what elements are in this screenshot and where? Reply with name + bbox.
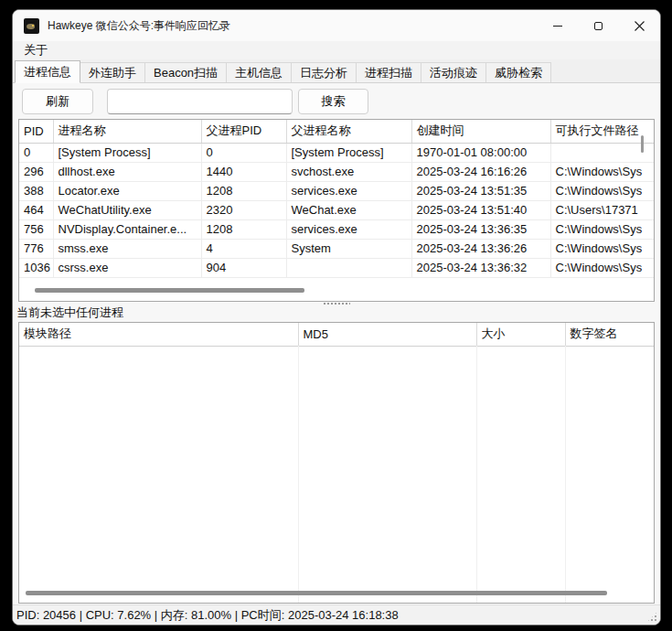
table-cell[interactable]: 2025-03-24 13:36:35 bbox=[411, 219, 550, 239]
table-cell[interactable] bbox=[550, 143, 654, 162]
table-cell[interactable]: C:\Windows\Sys bbox=[550, 239, 654, 258]
process-table-horizontal-scrollbar[interactable] bbox=[35, 288, 304, 293]
refresh-button[interactable]: 刷新 bbox=[22, 89, 93, 114]
column-header[interactable]: 父进程名称 bbox=[286, 120, 411, 143]
maximize-button[interactable] bbox=[578, 10, 619, 41]
table-cell[interactable]: 4 bbox=[201, 239, 286, 258]
table-cell[interactable]: 2025-03-24 13:51:35 bbox=[411, 181, 550, 200]
process-table: PID进程名称父进程PID父进程名称创建时间可执行文件路径 0[System P… bbox=[19, 120, 654, 278]
table-row[interactable]: 464WeChatUtility.exe2320WeChat.exe2025-0… bbox=[19, 200, 654, 219]
tab-item-3[interactable]: 主机信息 bbox=[226, 62, 292, 82]
module-table-horizontal-scrollbar[interactable] bbox=[26, 591, 607, 595]
table-cell[interactable]: dllhost.exe bbox=[53, 162, 201, 181]
column-header[interactable]: 大小 bbox=[476, 323, 565, 346]
status-text: PID: 20456 | CPU: 7.62% | 内存: 81.00% | P… bbox=[16, 607, 399, 624]
close-icon bbox=[635, 21, 645, 31]
app-window: Hawkeye 微信公众号:事件响应回忆录 关于 进程信息外连助手Beacon扫… bbox=[12, 9, 661, 626]
table-cell[interactable]: 904 bbox=[201, 258, 286, 277]
table-cell[interactable]: 1208 bbox=[201, 181, 286, 200]
column-header[interactable]: PID bbox=[19, 120, 53, 143]
close-button[interactable] bbox=[619, 10, 660, 41]
table-cell[interactable]: C:\Users\17371 bbox=[550, 200, 654, 219]
table-cell[interactable]: System bbox=[286, 239, 411, 258]
search-input[interactable] bbox=[107, 89, 293, 114]
module-table: 模块路径MD5大小数字签名 bbox=[19, 323, 654, 347]
menu-bar: 关于 bbox=[13, 41, 660, 59]
minimize-icon bbox=[553, 26, 562, 27]
column-header[interactable]: 进程名称 bbox=[53, 120, 201, 143]
table-cell[interactable]: WeChat.exe bbox=[286, 200, 411, 219]
table-cell[interactable]: 2025-03-24 13:51:40 bbox=[411, 200, 550, 219]
tab-item-7[interactable]: 威胁检索 bbox=[485, 62, 551, 82]
table-cell[interactable]: smss.exe bbox=[53, 239, 201, 258]
table-cell[interactable]: svchost.exe bbox=[286, 162, 411, 181]
table-cell[interactable]: NVDisplay.Container.e... bbox=[53, 219, 201, 239]
table-cell[interactable]: 0 bbox=[201, 143, 286, 162]
table-cell[interactable]: services.exe bbox=[286, 219, 411, 239]
table-cell[interactable]: [System Process] bbox=[53, 143, 201, 162]
table-row[interactable]: 0[System Process]0[System Process]1970-0… bbox=[19, 143, 654, 162]
tab-item-4[interactable]: 日志分析 bbox=[291, 62, 357, 82]
column-header[interactable]: 父进程PID bbox=[201, 120, 286, 143]
table-cell[interactable]: 296 bbox=[19, 162, 53, 181]
module-table-header-row: 模块路径MD5大小数字签名 bbox=[19, 323, 654, 346]
table-cell[interactable]: 2025-03-24 13:36:32 bbox=[411, 258, 550, 277]
table-cell[interactable] bbox=[286, 258, 411, 277]
table-cell[interactable]: C:\Windows\Sys bbox=[550, 258, 654, 277]
table-cell[interactable]: 1440 bbox=[201, 162, 286, 181]
column-header[interactable]: 模块路径 bbox=[19, 323, 298, 346]
table-cell[interactable]: Locator.exe bbox=[53, 181, 201, 200]
table-row[interactable]: 1036csrss.exe9042025-03-24 13:36:32C:\Wi… bbox=[19, 258, 654, 277]
process-table-vertical-scrollbar[interactable] bbox=[641, 135, 644, 153]
resize-grip-icon[interactable] bbox=[646, 611, 658, 623]
table-cell[interactable]: 1036 bbox=[19, 258, 53, 277]
table-cell[interactable]: 1208 bbox=[201, 219, 286, 239]
table-cell[interactable]: 0 bbox=[19, 143, 53, 162]
tab-item-2[interactable]: Beacon扫描 bbox=[144, 62, 227, 82]
window-controls bbox=[537, 10, 660, 41]
selection-status-label: 当前未选中任何进程 bbox=[16, 305, 123, 321]
tab-item-6[interactable]: 活动痕迹 bbox=[421, 62, 486, 82]
app-icon[interactable] bbox=[24, 18, 39, 34]
maximize-icon bbox=[594, 22, 603, 30]
window-title: Hawkeye 微信公众号:事件响应回忆录 bbox=[48, 18, 230, 34]
table-row[interactable]: 776smss.exe4System2025-03-24 13:36:26C:\… bbox=[19, 239, 654, 258]
table-cell[interactable]: 756 bbox=[19, 219, 53, 239]
table-cell[interactable]: C:\Windows\Sys bbox=[550, 219, 654, 239]
tab-bar: 进程信息外连助手Beacon扫描主机信息日志分析进程扫描活动痕迹威胁检索 bbox=[13, 59, 660, 83]
table-cell[interactable]: services.exe bbox=[286, 181, 411, 200]
minimize-button[interactable] bbox=[537, 10, 578, 41]
column-header[interactable]: MD5 bbox=[298, 323, 476, 346]
search-button[interactable]: 搜索 bbox=[298, 89, 368, 114]
tab-item-0[interactable]: 进程信息 bbox=[15, 60, 80, 83]
table-cell[interactable]: 464 bbox=[19, 200, 53, 219]
table-cell[interactable]: 388 bbox=[19, 181, 53, 200]
table-cell[interactable]: 776 bbox=[19, 239, 53, 258]
table-row[interactable]: 296dllhost.exe1440svchost.exe2025-03-24 … bbox=[19, 162, 654, 181]
table-cell[interactable]: 1970-01-01 08:00:00 bbox=[411, 143, 550, 162]
column-header[interactable]: 可执行文件路径 bbox=[550, 120, 654, 143]
table-cell[interactable]: C:\Windows\Sys bbox=[550, 181, 654, 200]
column-header[interactable]: 创建时间 bbox=[411, 120, 550, 143]
table-cell[interactable]: csrss.exe bbox=[53, 258, 201, 277]
menu-item-about[interactable]: 关于 bbox=[17, 41, 54, 59]
table-cell[interactable]: WeChatUtility.exe bbox=[53, 200, 201, 219]
module-table-gridlines bbox=[19, 346, 654, 603]
tab-item-5[interactable]: 进程扫描 bbox=[356, 62, 421, 82]
title-bar[interactable]: Hawkeye 微信公众号:事件响应回忆录 bbox=[13, 10, 660, 41]
tab-item-1[interactable]: 外连助手 bbox=[80, 62, 145, 82]
table-cell[interactable]: C:\Windows\Sys bbox=[550, 162, 654, 181]
process-table-panel: PID进程名称父进程PID父进程名称创建时间可执行文件路径 0[System P… bbox=[18, 119, 655, 302]
table-cell[interactable]: 2025-03-24 16:16:26 bbox=[411, 162, 550, 181]
table-cell[interactable]: [System Process] bbox=[286, 143, 411, 162]
table-cell[interactable]: 2025-03-24 13:36:26 bbox=[411, 239, 550, 258]
table-row[interactable]: 388Locator.exe1208services.exe2025-03-24… bbox=[19, 181, 654, 200]
toolbar: 刷新 搜索 bbox=[22, 89, 368, 114]
table-cell[interactable]: 2320 bbox=[201, 200, 286, 219]
column-header[interactable]: 数字签名 bbox=[565, 323, 654, 346]
tab-pane: 刷新 搜索 PID进程名称父进程PID父进程名称创建时间可执行文件路径 0[Sy… bbox=[13, 83, 660, 604]
table-row[interactable]: 756NVDisplay.Container.e...1208services.… bbox=[19, 219, 654, 239]
module-table-panel: 模块路径MD5大小数字签名 bbox=[18, 322, 655, 604]
splitter-dots-icon bbox=[323, 303, 350, 305]
status-bar: PID: 20456 | CPU: 7.62% | 内存: 81.00% | P… bbox=[13, 604, 660, 625]
